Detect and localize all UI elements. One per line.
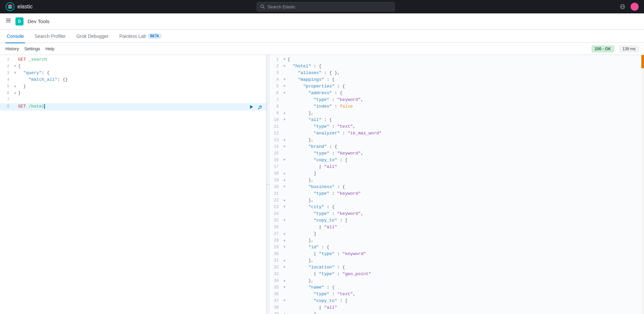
resp-gutter-1[interactable]: ▼: [281, 56, 287, 63]
response-line-15: 15 "type" : "keyword",: [269, 150, 644, 157]
response-line-2: 2 ▼ "hotel" : {: [269, 63, 644, 70]
response-line-39: 39 ▲ ],: [269, 311, 644, 314]
line-gutter-2[interactable]: ▼: [12, 63, 18, 70]
resp-gutter-9[interactable]: ▲: [281, 110, 287, 117]
response-line-36: 36 "type" : "text",: [269, 291, 644, 298]
line-gutter-3[interactable]: ▼: [12, 70, 18, 76]
line-content-4: "match_all": {}: [18, 76, 266, 83]
resp-gutter-22[interactable]: ▲: [281, 197, 287, 204]
menu-button[interactable]: [5, 17, 11, 25]
resp-gutter-16[interactable]: ▼: [281, 157, 287, 164]
resp-line-num-19: 19: [269, 177, 281, 184]
settings-button[interactable]: Settings: [24, 46, 40, 51]
resp-line-num-13: 13: [269, 137, 281, 143]
resp-gutter-35[interactable]: ▼: [281, 284, 287, 291]
resp-content-30: | "type" : "keyword": [287, 251, 644, 257]
response-line-7: 7 "type" : "keyword",: [269, 97, 644, 103]
status-badge: 200 - OK: [592, 46, 614, 52]
globe-icon[interactable]: [619, 3, 627, 11]
resp-gutter-10[interactable]: ▼: [281, 117, 287, 123]
response-line-26: 26 | "all": [269, 224, 644, 231]
scrollbar-track[interactable]: [641, 55, 644, 314]
run-query-button[interactable]: [248, 103, 255, 111]
resp-gutter-20[interactable]: ▼: [281, 184, 287, 190]
resp-line-num-20: 20: [269, 184, 281, 190]
resp-content-35: "name" : {: [287, 284, 644, 291]
resp-content-16: "copy_to" : [: [287, 157, 644, 164]
response-line-22: 22 ▲ },: [269, 197, 644, 204]
resp-gutter-31[interactable]: ▲: [281, 257, 287, 264]
resp-gutter-32[interactable]: ▼: [281, 264, 287, 271]
resp-line-num-17: 17: [269, 164, 281, 170]
wrench-icon[interactable]: [256, 103, 264, 111]
resp-line-num-24: 24: [269, 210, 281, 217]
line-content-8[interactable]: GET /hotel: [18, 103, 248, 110]
resp-gutter-18[interactable]: ▲: [281, 170, 287, 177]
tab-search-profiler[interactable]: Search Profiler: [33, 30, 67, 43]
resp-content-27: ]: [287, 231, 644, 237]
resp-gutter-28[interactable]: ▲: [281, 237, 287, 244]
resp-line-num-1: 1: [269, 56, 281, 63]
history-button[interactable]: History: [5, 46, 19, 51]
resp-line-num-10: 10: [269, 117, 281, 123]
svg-point-2: [8, 6, 12, 9]
response-line-18: 18 ▲ ]: [269, 170, 644, 177]
line-number-2: 2: [0, 63, 12, 70]
resp-content-13: },: [287, 137, 644, 143]
response-line-31: 31 ▲ },: [269, 257, 644, 264]
tab-console[interactable]: Console: [5, 30, 25, 43]
resp-content-18: ]: [287, 170, 644, 177]
pane-resizer[interactable]: ⋮: [267, 55, 269, 314]
response-pane[interactable]: 1 ▼ { 2 ▼ "hotel" : { 3 "aliases" : { },…: [269, 55, 644, 314]
resp-gutter-5[interactable]: ▼: [281, 83, 287, 90]
toolbar: History Settings Help 200 - OK 139 ms: [0, 43, 644, 55]
resp-line-num-38: 38: [269, 304, 281, 311]
editor-line-1: 1 GET _search: [0, 56, 266, 63]
resp-gutter-6[interactable]: ▼: [281, 90, 287, 97]
line-gutter-6[interactable]: ▲: [12, 90, 18, 97]
resp-content-36: "type" : "text",: [287, 291, 644, 298]
resp-content-21: "type" : "keyword": [287, 190, 644, 197]
resp-gutter-27[interactable]: ▲: [281, 231, 287, 237]
help-button[interactable]: Help: [45, 46, 54, 51]
resp-gutter-19[interactable]: ▲: [281, 177, 287, 184]
resp-line-num-3: 3: [269, 70, 281, 76]
resp-gutter-25[interactable]: ▼: [281, 217, 287, 224]
resp-gutter-37[interactable]: ▼: [281, 298, 287, 304]
response-line-34: 34 ▲ },: [269, 277, 644, 284]
resp-gutter-4[interactable]: ▼: [281, 76, 287, 83]
resp-line-num-22: 22: [269, 197, 281, 204]
editor-line-5: 5 ▲ }: [0, 83, 266, 90]
response-line-9: 9 ▲ },: [269, 110, 644, 117]
global-search-bar[interactable]: Search Elastic: [257, 2, 395, 11]
user-avatar[interactable]: [631, 3, 639, 11]
elastic-logo[interactable]: elastic: [5, 2, 33, 11]
resp-gutter-13[interactable]: ▲: [281, 137, 287, 143]
resp-gutter-39[interactable]: ▲: [281, 311, 287, 314]
line-content-6: }: [18, 90, 266, 97]
resp-line-num-32: 32: [269, 264, 281, 271]
search-placeholder: Search Elastic: [268, 4, 296, 9]
resp-line-num-35: 35: [269, 284, 281, 291]
tab-grok-debugger[interactable]: Grok Debugger: [75, 30, 110, 43]
line-gutter-5[interactable]: ▲: [12, 83, 18, 90]
tab-painless-lab[interactable]: Painless Lab BETA: [118, 30, 163, 43]
elastic-logo-text: elastic: [17, 4, 33, 10]
resp-gutter-34[interactable]: ▲: [281, 277, 287, 284]
response-line-35: 35 ▼ "name" : {: [269, 284, 644, 291]
resp-line-num-39: 39: [269, 311, 281, 314]
resp-gutter-29[interactable]: ▼: [281, 244, 287, 251]
resp-line-num-30: 30: [269, 251, 281, 257]
editor-line-3: 3 ▼ "query": {: [0, 70, 266, 76]
resp-gutter-14[interactable]: ▼: [281, 143, 287, 150]
resp-content-1: {: [287, 56, 644, 63]
editor-pane[interactable]: 1 GET _search 2 ▼ { 3 ▼ "query": { 4 "ma…: [0, 55, 267, 314]
scrollbar-thumb[interactable]: [641, 55, 644, 68]
resp-content-29: "id" : {: [287, 244, 644, 251]
resp-gutter-2[interactable]: ▼: [281, 63, 287, 70]
response-line-6: 6 ▼ "address" : {: [269, 90, 644, 97]
resp-line-num-31: 31: [269, 257, 281, 264]
resp-content-20: "business" : {: [287, 184, 644, 190]
resp-gutter-23[interactable]: ▼: [281, 204, 287, 210]
response-line-19: 19 ▲ },: [269, 177, 644, 184]
